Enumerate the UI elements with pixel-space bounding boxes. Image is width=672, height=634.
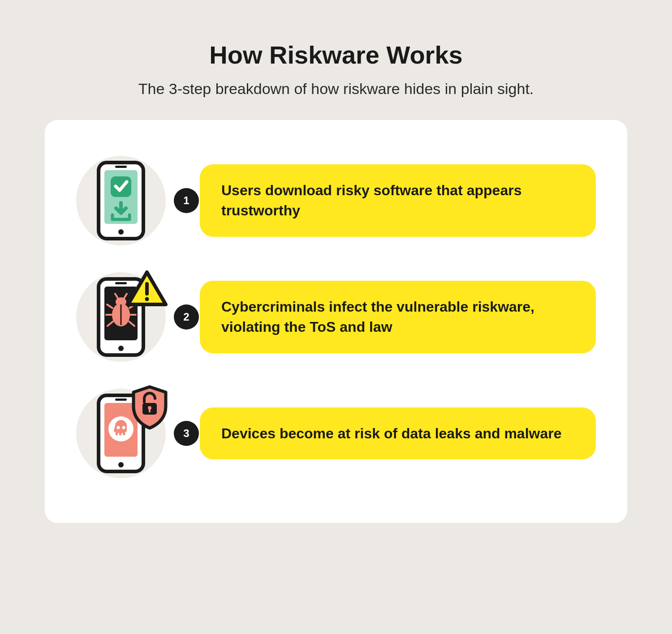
step-text: Users download risky software that appea… xyxy=(200,164,596,237)
step-number: 2 xyxy=(183,311,189,323)
step-number-badge: 3 xyxy=(174,421,199,446)
shield-unlock-icon xyxy=(129,384,170,430)
step-number: 1 xyxy=(183,194,189,207)
step-text: Cybercriminals infect the vulnerable ris… xyxy=(200,281,596,353)
svg-point-21 xyxy=(145,297,149,301)
phone-download-icon xyxy=(96,160,146,241)
svg-rect-24 xyxy=(115,398,127,401)
page-subtitle: The 3-step breakdown of how riskware hid… xyxy=(45,80,627,98)
step-row: 1 Users download risky software that app… xyxy=(76,156,596,245)
step-number: 3 xyxy=(183,427,189,440)
svg-point-27 xyxy=(117,426,120,429)
page-title: How Riskware Works xyxy=(45,40,627,69)
svg-point-25 xyxy=(118,462,124,467)
svg-point-8 xyxy=(118,346,124,351)
step-row: 2 Cybercriminals infect the vulnerable r… xyxy=(76,272,596,362)
steps-card: 1 Users download risky software that app… xyxy=(45,120,627,523)
step-icon-download xyxy=(76,156,166,245)
step-text: Devices become at risk of data leaks and… xyxy=(200,407,596,460)
step-icon-risk xyxy=(76,389,166,478)
warning-icon xyxy=(125,270,168,308)
svg-point-28 xyxy=(122,426,125,429)
step-number-badge: 2 xyxy=(174,304,199,330)
svg-point-3 xyxy=(118,229,124,235)
header: How Riskware Works The 3-step breakdown … xyxy=(45,40,627,98)
svg-rect-2 xyxy=(115,166,127,168)
step-icon-infect xyxy=(76,272,166,362)
step-number-badge: 1 xyxy=(174,188,199,213)
svg-rect-31 xyxy=(149,409,151,412)
step-row: 3 Devices become at risk of data leaks a… xyxy=(76,389,596,478)
